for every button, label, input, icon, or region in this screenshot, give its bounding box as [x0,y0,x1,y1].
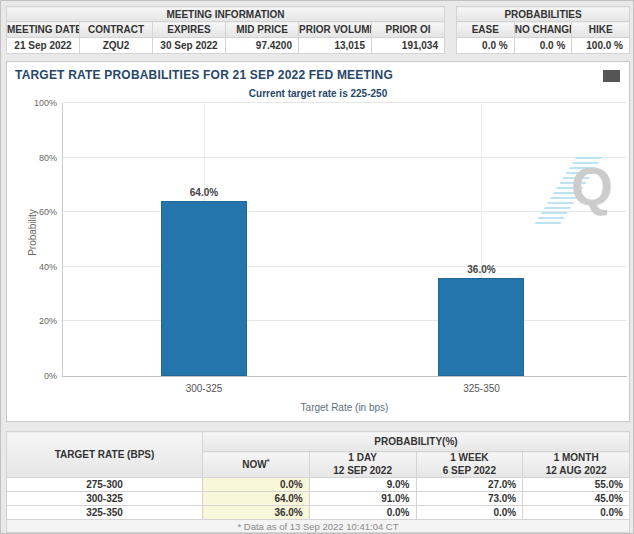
x-category-300-325: 300-325 [186,383,223,394]
chart-title: TARGET RATE PROBABILITIES FOR 21 SEP 202… [15,68,393,82]
ytick-20: 20% [19,316,57,326]
day-cell: 91.0% [309,492,416,506]
month-cell: 55.0% [523,478,630,492]
no-change-value: 0.0 % [514,38,572,54]
gridline-100 [63,102,627,103]
plot-area: 0% 20% 40% 60% 80% 100% Q 64.0% 36.0% 30… [62,103,627,377]
rate-cell: 300-325 [7,492,203,506]
week-label: 1 WEEK [417,452,523,465]
week-cell: 73.0% [416,492,523,506]
col-header-mid-price: MID PRICE [226,22,299,38]
chart-subtitle: Current target rate is 225-250 [7,88,629,99]
table-row: 300-325 64.0% 91.0% 73.0% 45.0% [7,492,630,506]
col-header-1-day: 1 DAY12 SEP 2022 [309,452,416,478]
x-category-325-350: 325-350 [463,383,500,394]
day-label: 1 DAY [310,452,416,465]
bar-column-300-325: 64.0% [161,103,247,376]
gridline-80 [63,157,627,158]
x-axis-title: Target Rate (in bps) [62,402,627,413]
probability-bar-300-325[interactable] [161,201,247,376]
day-date: 12 SEP 2022 [310,465,416,478]
corner-header-target-rate: TARGET RATE (BPS) [7,432,203,478]
day-cell: 9.0% [309,478,416,492]
history-table: TARGET RATE (BPS) PROBABILITY(%) NOW* 1 … [6,431,630,532]
col-header-ease: EASE [457,22,515,38]
now-cell: 0.0% [203,478,310,492]
rate-cell: 275-300 [7,478,203,492]
meeting-info-title: MEETING INFORMATION [7,7,445,22]
expires-value: 30 Sep 2022 [153,38,226,54]
watermark-q-letter: Q [571,159,613,213]
bar-value-label: 36.0% [438,264,524,275]
now-label: NOW [242,459,266,470]
rate-cell: 325-350 [7,506,203,520]
mid-price-value: 97.4200 [226,38,299,54]
ytick-40: 40% [19,262,57,272]
col-header-prior-oi: PRIOR OI [372,22,445,38]
col-header-now: NOW* [203,452,310,478]
ytick-80: 80% [19,153,57,163]
now-cell: 36.0% [203,506,310,520]
meeting-date-value: 21 Sep 2022 [7,38,80,54]
week-cell: 0.0% [416,506,523,520]
bar-value-label: 64.0% [161,187,247,198]
meeting-info-panel: MEETING INFORMATION MEETING DATE CONTRAC… [6,6,445,53]
col-header-prior-volume: PRIOR VOLUME [299,22,372,38]
ytick-60: 60% [19,207,57,217]
month-label: 1 MONTH [523,452,629,465]
now-asterisk: * [267,458,270,465]
week-cell: 27.0% [416,478,523,492]
col-header-1-week: 1 WEEK6 SEP 2022 [416,452,523,478]
month-cell: 45.0% [523,492,630,506]
prior-volume-value: 13,015 [299,38,372,54]
gridline-20 [63,320,627,321]
ease-value: 0.0 % [457,38,515,54]
col-header-no-change: NO CHANGE [514,22,572,38]
gridline-40 [63,266,627,267]
quikstrike-watermark: Q [551,151,615,233]
col-header-meeting-date: MEETING DATE [7,22,80,38]
col-header-contract: CONTRACT [80,22,153,38]
table-row: 275-300 0.0% 9.0% 27.0% 55.0% [7,478,630,492]
hike-value: 100.0 % [572,38,630,54]
contract-value: ZQU2 [80,38,153,54]
bar-column-325-350: 36.0% [438,103,524,376]
now-cell: 64.0% [203,492,310,506]
ytick-0: 0% [19,371,57,381]
fedwatch-screen: MEETING INFORMATION MEETING DATE CONTRAC… [0,0,634,534]
table-row: 325-350 36.0% 0.0% 0.0% 0.0% [7,506,630,520]
day-cell: 0.0% [309,506,416,520]
col-header-1-month: 1 MONTH12 AUG 2022 [523,452,630,478]
col-header-expires: EXPIRES [153,22,226,38]
data-as-of-footnote: * Data as of 13 Sep 2022 10:41:04 CT [7,520,630,533]
group-header-probability: PROBABILITY(%) [203,432,630,452]
prior-oi-value: 191,034 [372,38,445,54]
probabilities-title: PROBABILITIES [457,7,630,22]
month-cell: 0.0% [523,506,630,520]
probabilities-panel: PROBABILITIES EASE NO CHANGE HIKE 0.0 % … [456,6,630,53]
month-date: 12 AUG 2022 [523,465,629,478]
col-header-hike: HIKE [572,22,630,38]
chart-menu-icon[interactable] [603,69,620,83]
week-date: 6 SEP 2022 [417,465,523,478]
ytick-100: 100% [19,98,57,108]
probability-bar-325-350[interactable] [438,278,524,376]
chart-panel: TARGET RATE PROBABILITIES FOR 21 SEP 202… [6,61,630,422]
